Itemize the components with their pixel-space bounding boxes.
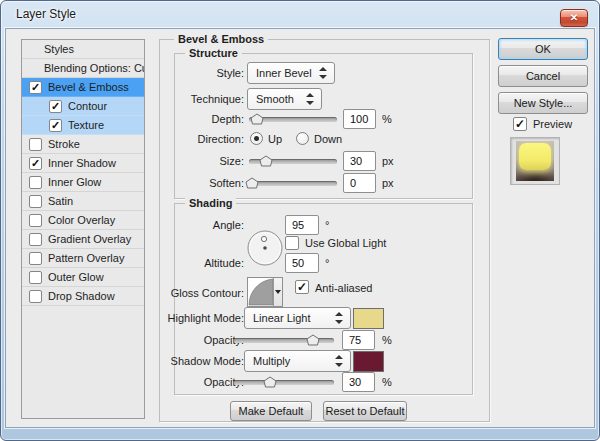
slider-thumb[interactable] bbox=[259, 155, 273, 167]
anti-aliased-checkbox[interactable]: ✓ bbox=[295, 280, 309, 294]
sidebar-header-label: Styles bbox=[44, 43, 74, 55]
sidebar-item-label: Bevel & Emboss bbox=[48, 81, 129, 93]
direction-down-radio[interactable] bbox=[296, 132, 309, 145]
highlight-mode-select[interactable]: Linear Light bbox=[244, 307, 351, 329]
slider-thumb[interactable] bbox=[245, 177, 259, 189]
angle-input[interactable] bbox=[285, 215, 319, 235]
soften-label: Soften: bbox=[175, 172, 244, 194]
sidebar-item-satin[interactable]: Satin bbox=[22, 192, 144, 211]
bevel-emboss-panel: Bevel & Emboss Structure Style: Inner Be… bbox=[159, 39, 490, 422]
sidebar-item-outer-glow[interactable]: Outer Glow bbox=[22, 268, 144, 287]
sidebar-header-styles[interactable]: Styles bbox=[22, 40, 144, 59]
gloss-contour-label: Gloss Contour: bbox=[161, 282, 244, 304]
size-row: Size: px bbox=[175, 150, 472, 172]
cancel-button[interactable]: Cancel bbox=[498, 65, 588, 87]
soften-slider[interactable] bbox=[249, 177, 337, 189]
soften-unit: px bbox=[382, 172, 394, 194]
direction-up-radio[interactable] bbox=[250, 132, 263, 145]
slider-thumb[interactable] bbox=[263, 376, 277, 388]
style-enable-checkbox[interactable] bbox=[29, 176, 42, 189]
sidebar-item-label: Inner Shadow bbox=[48, 157, 116, 169]
style-enable-checkbox[interactable] bbox=[29, 138, 42, 151]
sidebar-item-blending-options[interactable]: Blending Options: Custom bbox=[22, 59, 144, 78]
use-global-light-checkbox[interactable] bbox=[285, 236, 299, 250]
sidebar-item-inner-shadow[interactable]: ✓Inner Shadow bbox=[22, 154, 144, 173]
shadow-opacity-slider[interactable] bbox=[234, 376, 334, 388]
style-enable-checkbox[interactable] bbox=[29, 271, 42, 284]
contour-dropdown-arrow[interactable] bbox=[273, 278, 282, 306]
style-enable-checkbox[interactable]: ✓ bbox=[29, 157, 42, 170]
sidebar-item-drop-shadow[interactable]: Drop Shadow bbox=[22, 287, 144, 306]
soften-input[interactable] bbox=[343, 173, 376, 193]
depth-label: Depth: bbox=[175, 108, 244, 130]
sidebar-item-texture[interactable]: ✓Texture bbox=[22, 116, 144, 135]
title-bar[interactable]: Layer Style ✕ bbox=[1, 1, 599, 28]
make-default-button[interactable]: Make Default bbox=[230, 401, 312, 421]
anti-aliased-label: Anti-aliased bbox=[315, 282, 372, 294]
sidebar-item-label: Gradient Overlay bbox=[48, 233, 131, 245]
dial-marker[interactable] bbox=[261, 236, 266, 241]
styles-sidebar: Styles Blending Options: Custom ✓Bevel &… bbox=[21, 39, 145, 419]
gloss-contour-picker[interactable] bbox=[247, 277, 283, 307]
updown-arrows-icon bbox=[335, 351, 344, 371]
highlight-mode-value: Linear Light bbox=[253, 308, 311, 328]
updown-arrows-icon bbox=[306, 89, 315, 109]
style-enable-checkbox[interactable]: ✓ bbox=[49, 100, 62, 113]
window-title: Layer Style bbox=[16, 1, 76, 27]
sidebar-item-contour[interactable]: ✓Contour bbox=[22, 97, 144, 116]
depth-input[interactable] bbox=[343, 109, 376, 129]
shadow-color-swatch[interactable] bbox=[353, 351, 384, 372]
altitude-input[interactable] bbox=[285, 253, 319, 273]
highlight-color-swatch[interactable] bbox=[353, 308, 384, 329]
style-enable-checkbox[interactable] bbox=[29, 233, 42, 246]
layer-style-dialog: Layer Style ✕ Styles Blending Options: C… bbox=[0, 0, 600, 441]
shading-group: Shading Angle: ° Use Global Light Altitu… bbox=[174, 203, 473, 395]
slider-track[interactable] bbox=[249, 181, 337, 186]
sidebar-item-inner-glow[interactable]: Inner Glow bbox=[22, 173, 144, 192]
angle-row: Angle: ° bbox=[175, 215, 472, 235]
style-enable-checkbox[interactable]: ✓ bbox=[29, 81, 42, 94]
dialog-content: Styles Blending Options: Custom ✓Bevel &… bbox=[5, 28, 595, 428]
percent-unit: % bbox=[382, 330, 392, 350]
highlight-opacity-input[interactable] bbox=[342, 330, 375, 350]
depth-slider[interactable] bbox=[249, 113, 337, 125]
sidebar-item-stroke[interactable]: Stroke bbox=[22, 135, 144, 154]
style-enable-checkbox[interactable] bbox=[29, 214, 42, 227]
style-label: Style: bbox=[175, 62, 244, 84]
slider-thumb[interactable] bbox=[250, 113, 264, 125]
shadow-mode-label: Shadow Mode: bbox=[161, 350, 244, 372]
slider-track[interactable] bbox=[234, 380, 334, 385]
direction-row: Direction: Up Down bbox=[175, 128, 472, 150]
use-global-light-label: Use Global Light bbox=[305, 237, 386, 249]
slider-thumb[interactable] bbox=[306, 334, 320, 346]
size-input[interactable] bbox=[343, 151, 376, 171]
sidebar-item-label: Stroke bbox=[48, 138, 80, 150]
style-enable-checkbox[interactable] bbox=[29, 252, 42, 265]
shadow-opacity-input[interactable] bbox=[342, 372, 375, 392]
style-enable-checkbox[interactable] bbox=[29, 290, 42, 303]
style-row: Style: Inner Bevel bbox=[175, 62, 472, 84]
sidebar-item-color-overlay[interactable]: Color Overlay bbox=[22, 211, 144, 230]
style-enable-checkbox[interactable]: ✓ bbox=[49, 119, 62, 132]
sidebar-item-bevel-emboss[interactable]: ✓Bevel & Emboss bbox=[22, 78, 144, 97]
reset-to-default-button[interactable]: Reset to Default bbox=[323, 401, 407, 421]
technique-select[interactable]: Smooth bbox=[247, 88, 322, 110]
direction-label: Direction: bbox=[175, 128, 244, 150]
highlight-opacity-slider[interactable] bbox=[234, 334, 334, 346]
sidebar-item-pattern-overlay[interactable]: Pattern Overlay bbox=[22, 249, 144, 268]
altitude-degree: ° bbox=[325, 253, 329, 273]
sidebar-item-gradient-overlay[interactable]: Gradient Overlay bbox=[22, 230, 144, 249]
new-style-button[interactable]: New Style... bbox=[498, 92, 588, 114]
ok-button[interactable]: OK bbox=[498, 38, 588, 60]
style-select[interactable]: Inner Bevel bbox=[247, 62, 335, 84]
style-enable-checkbox[interactable] bbox=[29, 195, 42, 208]
updown-arrows-icon bbox=[319, 63, 328, 83]
size-slider[interactable] bbox=[249, 155, 337, 167]
preview-checkbox[interactable]: ✓ bbox=[513, 117, 527, 131]
close-button[interactable]: ✕ bbox=[560, 9, 588, 27]
gloss-contour-icon bbox=[248, 278, 274, 306]
sidebar-item-label: Drop Shadow bbox=[48, 290, 115, 302]
shadow-mode-row: Shadow Mode: Multiply bbox=[175, 350, 472, 372]
angle-degree: ° bbox=[325, 215, 329, 235]
shadow-mode-select[interactable]: Multiply bbox=[244, 350, 351, 372]
